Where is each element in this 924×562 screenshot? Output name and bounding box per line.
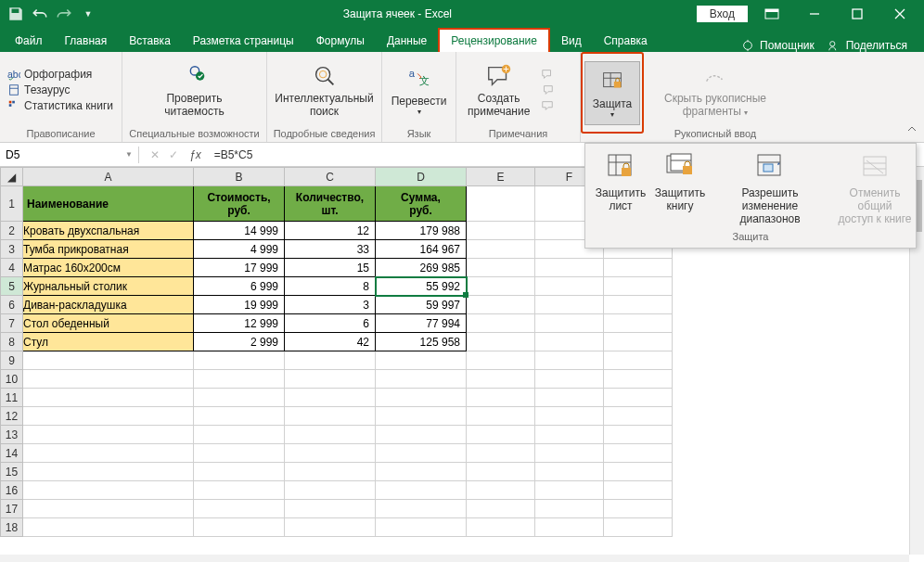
svg-rect-9 <box>10 85 19 96</box>
row-header[interactable]: 1 <box>1 186 23 222</box>
protect-workbook-button[interactable]: Защитить книгу <box>650 151 710 225</box>
svg-rect-1 <box>765 9 778 12</box>
col-header[interactable]: E <box>467 168 535 186</box>
group-proofing: Правописание <box>0 128 122 142</box>
svg-rect-29 <box>622 168 631 176</box>
close-button[interactable] <box>881 0 918 28</box>
svg-point-18 <box>319 70 327 78</box>
spelling-button[interactable]: abcОрфография <box>7 68 113 81</box>
tab-formulas[interactable]: Формулы <box>305 30 376 52</box>
next-comment-icon <box>541 83 554 96</box>
enter-formula-icon[interactable]: ✓ <box>169 148 178 161</box>
tab-home[interactable]: Главная <box>54 30 119 52</box>
share-button[interactable]: Поделиться <box>828 39 907 52</box>
protect-dropdown-panel: Защитить лист Защитить книгу Разрешить и… <box>584 143 917 249</box>
select-all-corner[interactable]: ◢ <box>1 168 23 186</box>
tab-insert[interactable]: Вставка <box>118 30 182 52</box>
svg-text:a: a <box>408 68 415 79</box>
col-header[interactable]: D <box>376 168 467 186</box>
header-cell[interactable]: Наименование <box>23 186 194 222</box>
col-header[interactable]: A <box>23 168 194 186</box>
undo-icon[interactable] <box>32 6 48 22</box>
cancel-formula-icon[interactable]: ✕ <box>150 148 160 161</box>
svg-rect-13 <box>9 104 12 107</box>
tab-layout[interactable]: Разметка страницы <box>182 30 305 52</box>
save-icon[interactable] <box>7 6 24 22</box>
svg-rect-33 <box>683 166 692 174</box>
col-header[interactable]: B <box>194 168 285 186</box>
show-comments-icon <box>541 99 554 112</box>
window-title: Защита ячеек - Excel <box>104 7 691 20</box>
translate-button[interactable]: a文 Перевести▾ <box>390 65 448 116</box>
hide-ink-button[interactable]: Скрыть рукописныефрагменты ▾ <box>661 62 770 118</box>
svg-line-17 <box>327 80 333 85</box>
tell-me[interactable]: Помощник <box>741 39 815 52</box>
svg-rect-25 <box>614 82 622 88</box>
dropdown-group-title: Защита <box>585 227 916 248</box>
signin-button[interactable]: Вход <box>697 6 748 22</box>
check-accessibility-button[interactable]: Проверитьчитаемость <box>160 62 227 118</box>
svg-text:abc: abc <box>7 69 20 80</box>
svg-rect-11 <box>9 101 12 104</box>
allow-edit-ranges-button[interactable]: Разрешить изменение диапазонов <box>710 151 830 225</box>
workbook-stats-button[interactable]: Статистика книги <box>7 99 113 112</box>
svg-point-4 <box>744 42 752 50</box>
protect-sheet-button[interactable]: Защитить лист <box>591 151 650 225</box>
fx-icon[interactable]: ƒx <box>189 148 209 161</box>
tab-file[interactable]: Файл <box>4 30 54 52</box>
title-bar: ▼ Защита ячеек - Excel Вход <box>0 0 924 28</box>
header-cell[interactable]: Количество,шт. <box>285 186 376 222</box>
tab-data[interactable]: Данные <box>376 30 438 52</box>
table-cell[interactable]: Кровать двухспальная <box>23 222 194 240</box>
group-comments: Примечания <box>456 128 580 142</box>
svg-rect-36 <box>764 164 773 172</box>
header-cell[interactable]: Сумма,руб. <box>376 186 467 222</box>
protect-highlight: Защита▾ <box>581 52 644 134</box>
group-accessibility: Специальные возможности <box>122 128 266 142</box>
ribbon-options-icon[interactable] <box>753 0 790 28</box>
ribbon-tabs: Файл Главная Вставка Разметка страницы Ф… <box>0 28 924 52</box>
new-comment-button[interactable]: Создатьпримечание <box>464 62 533 118</box>
prev-comment-icon <box>541 68 554 81</box>
smart-lookup-button[interactable]: Интеллектуальныйпоиск <box>275 62 374 118</box>
group-ink: Рукописный ввод <box>644 128 787 142</box>
svg-point-7 <box>829 42 834 46</box>
tab-view[interactable]: Вид <box>550 30 593 52</box>
group-insights: Подробные сведения <box>267 128 381 142</box>
name-box[interactable]: D5▼ <box>0 147 139 163</box>
unshare-workbook-button: Отменить общий доступ к книге <box>830 151 919 225</box>
group-language: Язык <box>382 128 456 142</box>
maximize-button[interactable] <box>839 0 876 28</box>
minimize-button[interactable] <box>796 0 833 28</box>
svg-rect-3 <box>853 9 862 19</box>
svg-rect-12 <box>12 101 15 104</box>
svg-point-16 <box>315 68 329 82</box>
ribbon: abcОрфография Тезаурус Статистика книги … <box>0 52 924 143</box>
tab-review[interactable]: Рецензирование <box>438 28 550 52</box>
active-cell[interactable]: 55 992 <box>376 277 467 296</box>
qat-dropdown-icon[interactable]: ▼ <box>80 6 96 22</box>
horizontal-scrollbar[interactable] <box>0 555 909 562</box>
tab-help[interactable]: Справка <box>593 30 659 52</box>
redo-icon[interactable] <box>56 6 72 22</box>
header-cell[interactable]: Стоимость,руб. <box>194 186 285 222</box>
collapse-ribbon-icon[interactable] <box>905 122 918 138</box>
col-header[interactable]: C <box>285 168 376 186</box>
protect-dropdown-button[interactable]: Защита▾ <box>584 61 640 125</box>
thesaurus-button[interactable]: Тезаурус <box>7 83 113 96</box>
